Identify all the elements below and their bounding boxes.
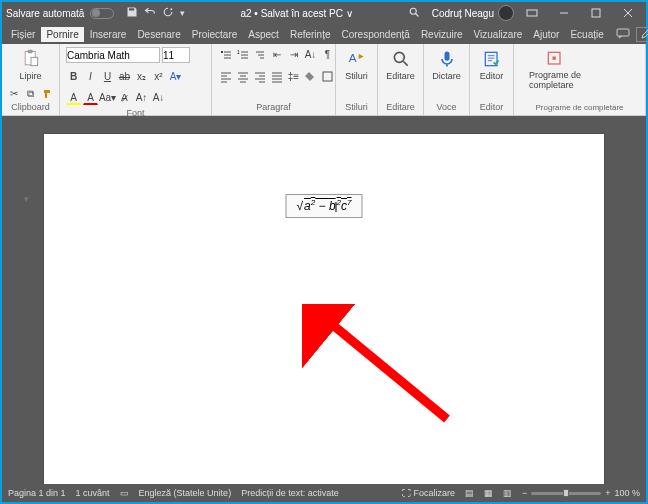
cut-icon[interactable]: ✂ xyxy=(6,86,21,101)
format-painter-icon[interactable] xyxy=(40,86,55,101)
autosave-toggle[interactable] xyxy=(90,8,114,19)
underline-button[interactable]: U xyxy=(100,69,115,84)
inc-indent-button[interactable]: ⇥ xyxy=(286,47,301,62)
maximize-button[interactable] xyxy=(582,2,610,24)
document-area[interactable]: ▾ √a2 − b2c7 xyxy=(2,116,646,484)
page-count[interactable]: Pagina 1 din 1 xyxy=(8,488,66,498)
bold-button[interactable]: B xyxy=(66,69,81,84)
view-print-icon[interactable]: ▦ xyxy=(484,488,493,498)
strike-button[interactable]: ab xyxy=(117,69,132,84)
language[interactable]: Engleză (Statele Unite) xyxy=(139,488,232,498)
svg-rect-5 xyxy=(27,50,32,53)
word-count[interactable]: 1 cuvânt xyxy=(76,488,110,498)
numbering-button[interactable]: 1 xyxy=(235,47,250,62)
menu-layout[interactable]: Aspect xyxy=(243,27,284,42)
menu-equation[interactable]: Ecuație xyxy=(565,27,608,42)
align-center-button[interactable] xyxy=(235,69,250,84)
menu-bar: Fișier Pornire Inserare Desenare Proiect… xyxy=(2,24,646,44)
line-spacing-button[interactable]: ‡≡ xyxy=(286,69,301,84)
zoom-slider[interactable] xyxy=(531,492,601,495)
paste-button[interactable]: Lipire xyxy=(12,47,50,81)
app-window: Salvare automată ▾ a2 • Salvat în acest … xyxy=(2,2,646,502)
editing-button[interactable]: Editare xyxy=(384,47,417,81)
ribbon-mode-button[interactable] xyxy=(518,2,546,24)
search-icon[interactable] xyxy=(408,6,420,20)
grow-font-button[interactable]: A↑ xyxy=(134,90,149,105)
show-marks-button[interactable]: ¶ xyxy=(320,47,335,62)
svg-rect-9 xyxy=(323,72,332,81)
styles-icon: A xyxy=(347,49,367,69)
menu-design[interactable]: Proiectare xyxy=(187,27,243,42)
addins-button[interactable]: Programe de completare xyxy=(520,47,590,91)
multilevel-button[interactable] xyxy=(252,47,267,62)
predictions[interactable]: Predicții de text: activate xyxy=(241,488,339,498)
comments-button[interactable] xyxy=(611,26,635,43)
shrink-font-button[interactable]: A↓ xyxy=(151,90,166,105)
dictate-button[interactable]: Dictare xyxy=(430,47,463,81)
copy-icon[interactable]: ⧉ xyxy=(23,86,38,101)
group-addins: Programe de completare Programe de compl… xyxy=(514,44,646,115)
svg-point-7 xyxy=(221,51,223,53)
view-web-icon[interactable]: ▥ xyxy=(503,488,512,498)
highlight-button[interactable]: A xyxy=(66,90,81,105)
borders-button[interactable] xyxy=(320,69,335,84)
redo-icon[interactable] xyxy=(162,6,174,20)
shading-button[interactable] xyxy=(303,69,318,84)
svg-rect-6 xyxy=(31,57,38,65)
clipboard-icon xyxy=(21,49,41,69)
subscript-button[interactable]: x₂ xyxy=(134,69,149,84)
saved-state: Salvat în acest PC xyxy=(261,8,343,19)
superscript-button[interactable]: x² xyxy=(151,69,166,84)
focus-mode[interactable]: ⛶ Focalizare xyxy=(402,488,455,498)
zoom-control: − + 100 % xyxy=(522,488,640,498)
zoom-out-button[interactable]: − xyxy=(522,488,527,498)
menu-draw[interactable]: Desenare xyxy=(132,27,185,42)
menu-help[interactable]: Ajutor xyxy=(528,27,564,42)
menu-review[interactable]: Revizuire xyxy=(416,27,468,42)
group-editor: Editor Editor xyxy=(470,44,514,115)
italic-button[interactable]: I xyxy=(83,69,98,84)
undo-icon[interactable] xyxy=(144,6,156,20)
group-voice: Dictare Voce xyxy=(424,44,470,115)
zoom-in-button[interactable]: + xyxy=(605,488,610,498)
zoom-level[interactable]: 100 % xyxy=(614,488,640,498)
editing-mode-button[interactable]: Editare › xyxy=(636,27,648,42)
minimize-button[interactable] xyxy=(550,2,578,24)
editor-icon xyxy=(482,49,502,69)
user-name[interactable]: Codruț Neagu xyxy=(432,8,494,19)
bullets-button[interactable] xyxy=(218,47,233,62)
font-family-select[interactable] xyxy=(66,47,160,63)
spell-check-icon[interactable]: ▭ xyxy=(120,488,129,498)
group-paragraph: 1 ⇤ ⇥ A↓ ¶ ‡≡ Paragraf xyxy=(212,44,336,115)
menu-file[interactable]: Fișier xyxy=(6,27,40,42)
justify-button[interactable] xyxy=(269,69,284,84)
save-icon[interactable] xyxy=(126,6,138,20)
align-left-button[interactable] xyxy=(218,69,233,84)
change-case-button[interactable]: Aa▾ xyxy=(100,90,115,105)
sort-button[interactable]: A↓ xyxy=(303,47,318,62)
dec-indent-button[interactable]: ⇤ xyxy=(269,47,284,62)
editor-button[interactable]: Editor xyxy=(476,47,507,81)
pencil-icon xyxy=(641,29,648,39)
doc-name: a2 xyxy=(240,8,251,19)
text-effects-button[interactable]: A▾ xyxy=(168,69,183,84)
clear-format-button[interactable]: A̷ xyxy=(117,90,132,105)
styles-button[interactable]: A Stiluri xyxy=(342,47,371,81)
view-read-icon[interactable]: ▤ xyxy=(465,488,474,498)
align-right-button[interactable] xyxy=(252,69,267,84)
status-bar: Pagina 1 din 1 1 cuvânt ▭ Engleză (State… xyxy=(2,484,646,502)
page[interactable]: √a2 − b2c7 xyxy=(44,134,604,484)
equation-box[interactable]: √a2 − b2c7 xyxy=(285,194,362,218)
user-avatar[interactable] xyxy=(498,5,514,21)
menu-home[interactable]: Pornire xyxy=(41,27,83,42)
font-color-button[interactable]: A xyxy=(83,90,98,105)
menu-mailings[interactable]: Corespondență xyxy=(336,27,414,42)
menu-references[interactable]: Referințe xyxy=(285,27,336,42)
close-button[interactable] xyxy=(614,2,642,24)
svg-rect-3 xyxy=(617,29,629,36)
menu-view[interactable]: Vizualizare xyxy=(469,27,528,42)
mic-icon xyxy=(437,49,457,69)
font-size-select[interactable] xyxy=(162,47,190,63)
menu-insert[interactable]: Inserare xyxy=(85,27,132,42)
title-center: a2 • Salvat în acest PC ∨ xyxy=(185,8,407,19)
